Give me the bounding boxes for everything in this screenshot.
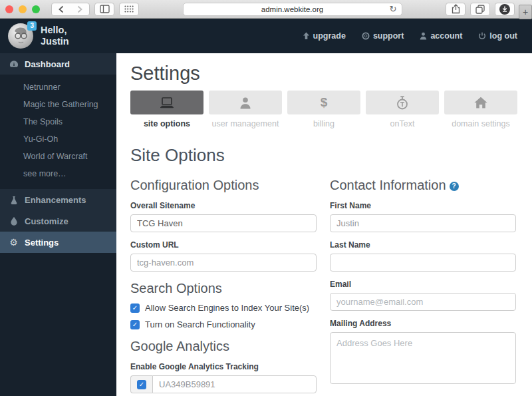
greeting-line2: Justin <box>41 36 69 47</box>
minimize-window-button[interactable] <box>19 5 27 13</box>
greeting: Hello, Justin <box>41 25 69 47</box>
sidebar-settings-label: Settings <box>25 238 59 248</box>
share-button[interactable] <box>446 3 466 16</box>
close-window-button[interactable] <box>5 5 13 13</box>
sitename-field-group: Overall Sitename <box>130 201 317 232</box>
top-sites-button[interactable] <box>119 3 139 16</box>
analytics-checkbox[interactable] <box>137 380 146 389</box>
header-links: upgrade support account log out <box>303 31 517 41</box>
main-content: Settings site options user management $ … <box>116 53 532 396</box>
sidebar-toggle-button[interactable] <box>94 3 114 16</box>
tab-site-options[interactable]: site options <box>130 91 203 128</box>
zoom-window-button[interactable] <box>32 5 40 13</box>
custom-url-label: Custom URL <box>130 240 317 250</box>
refresh-icon[interactable]: ↻ <box>390 4 397 14</box>
avatar-wrap[interactable]: 3 <box>8 23 33 49</box>
last-name-input[interactable] <box>330 254 516 272</box>
tab-user-management[interactable]: user management <box>209 91 282 128</box>
configuration-options-heading: Configuration Options <box>130 178 317 193</box>
sidebar-item-magic-the-gathering[interactable]: Magic the Gathering <box>0 96 116 113</box>
life-ring-icon <box>362 32 370 40</box>
help-icon[interactable]: ? <box>450 182 459 191</box>
custom-url-field-group: Custom URL <box>130 240 317 272</box>
mailing-address-label: Mailing Address <box>330 319 516 328</box>
sidebar-submenu: Netrunner Magic the Gathering The Spoils… <box>0 75 116 189</box>
search-index-label: Allow Search Engines to Index Your Site(… <box>145 303 309 313</box>
analytics-tracking-input[interactable] <box>152 375 317 393</box>
sidebar-item-customize[interactable]: Customize <box>0 210 116 232</box>
flask-icon <box>9 196 19 204</box>
email-input[interactable] <box>330 293 516 311</box>
tab-ontext[interactable]: onText <box>366 91 439 128</box>
account-label: account <box>430 31 462 41</box>
sidebar-dashboard-label: Dashboard <box>25 59 70 69</box>
power-icon <box>478 32 486 40</box>
email-label: Email <box>330 280 516 289</box>
last-name-field-group: Last Name <box>330 240 516 272</box>
analytics-field-group: Enable Google Analytics Tracking <box>130 362 317 393</box>
chevron-right-icon <box>76 5 83 13</box>
grid-icon <box>124 5 134 13</box>
google-analytics-heading: Google Analytics <box>130 339 317 354</box>
mailing-address-field-group: Mailing Address <box>330 319 516 387</box>
sidebar-item-settings[interactable]: ⚙ Settings <box>0 232 116 253</box>
droplet-icon <box>9 217 19 226</box>
sidebar-item-see-more[interactable]: see more… <box>0 165 116 182</box>
sidebar-item-netrunner[interactable]: Netrunner <box>0 79 116 96</box>
sidebar-item-yu-gi-oh[interactable]: Yu-Gi-Oh <box>0 130 116 148</box>
sidebar: Dashboard Netrunner Magic the Gathering … <box>0 53 116 396</box>
section-title: Site Options <box>130 145 517 166</box>
user-icon <box>420 32 427 40</box>
download-icon <box>499 4 510 15</box>
search-functionality-checkbox-row: Turn on Search Functionality <box>130 319 317 329</box>
chevron-left-icon <box>58 5 65 13</box>
custom-url-input[interactable] <box>130 254 317 272</box>
new-tab-button[interactable]: + <box>519 5 532 19</box>
stopwatch-icon <box>396 96 408 110</box>
sidebar-filler <box>0 253 116 396</box>
logout-label: log out <box>489 31 517 41</box>
upgrade-link[interactable]: upgrade <box>303 31 346 41</box>
sidebar-item-the-spoils[interactable]: The Spoils <box>0 113 116 130</box>
laptop-icon <box>159 97 175 109</box>
forward-button[interactable] <box>70 3 89 15</box>
app-header: 3 Hello, Justin upgrade support account <box>0 19 532 53</box>
window-controls <box>5 5 40 13</box>
address-bar[interactable]: admin.webkite.org ↻ <box>183 3 402 16</box>
analytics-checkbox-addon <box>130 375 152 393</box>
notification-badge[interactable]: 3 <box>27 21 37 31</box>
sidebar-item-world-of-warcraft[interactable]: World of Warcraft <box>0 148 116 165</box>
search-index-checkbox[interactable] <box>130 303 140 313</box>
arrow-up-icon <box>303 32 310 40</box>
search-functionality-checkbox[interactable] <box>130 320 140 329</box>
mailing-address-textarea[interactable] <box>330 332 516 384</box>
address-bar-url: admin.webkite.org <box>261 5 323 13</box>
tab-billing[interactable]: $ billing <box>287 91 360 128</box>
analytics-label: Enable Google Analytics Tracking <box>130 362 317 371</box>
search-functionality-label: Turn on Search Functionality <box>145 319 255 329</box>
upgrade-label: upgrade <box>313 31 346 41</box>
support-link[interactable]: support <box>362 31 404 41</box>
sidebar-customize-label: Customize <box>25 216 68 226</box>
sitename-label: Overall Sitename <box>130 201 317 210</box>
sidebar-enhancements-label: Enhancements <box>25 195 86 205</box>
tab-overview-button[interactable] <box>470 3 490 16</box>
tabs-icon <box>475 5 485 14</box>
tab-domain-settings[interactable]: domain settings <box>444 91 517 128</box>
dollar-icon: $ <box>321 95 328 110</box>
first-name-input[interactable] <box>330 214 516 232</box>
user-icon <box>239 97 251 109</box>
back-button[interactable] <box>52 3 70 15</box>
browser-chrome: admin.webkite.org ↻ + <box>0 0 532 19</box>
logout-link[interactable]: log out <box>478 31 517 41</box>
contact-information-heading: Contact Information? <box>330 178 516 193</box>
downloads-button[interactable] <box>495 3 515 16</box>
right-column: Contact Information? First Name Last Nam… <box>330 168 516 393</box>
sitename-input[interactable] <box>130 214 317 232</box>
sidebar-item-dashboard[interactable]: Dashboard <box>0 53 116 75</box>
settings-tabs: site options user management $ billing o… <box>130 91 517 128</box>
history-nav-group <box>51 3 90 16</box>
sidebar-item-enhancements[interactable]: Enhancements <box>0 189 116 210</box>
support-label: support <box>373 31 404 41</box>
account-link[interactable]: account <box>420 31 462 41</box>
